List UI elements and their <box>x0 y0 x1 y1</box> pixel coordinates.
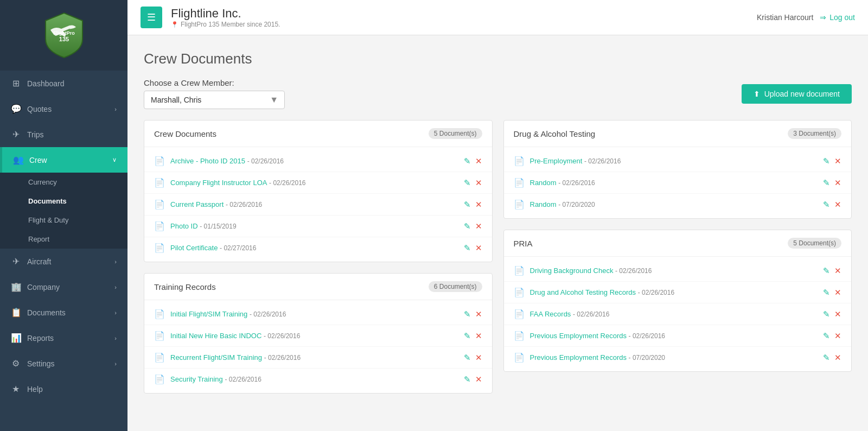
doc-name: Pilot Certificate - 02/27/2016 <box>170 244 458 252</box>
main-area: ☰ Flightline Inc. FlightPro 135 Member s… <box>127 0 868 431</box>
doc-link[interactable]: Initial Flight/SIM Training <box>170 310 247 318</box>
edit-icon[interactable]: ✎ <box>823 266 830 276</box>
subnav-report[interactable]: Report <box>0 230 127 249</box>
table-row: 📄 Previous Employment Records - 02/26/20… <box>504 325 852 347</box>
edit-icon[interactable]: ✎ <box>823 178 830 188</box>
edit-icon[interactable]: ✎ <box>823 288 830 297</box>
sidebar-item-reports[interactable]: 📊 Reports › <box>0 325 127 351</box>
sidebar-item-aircraft[interactable]: ✈ Aircraft › <box>0 249 127 274</box>
edit-icon[interactable]: ✎ <box>464 331 471 341</box>
edit-icon[interactable]: ✎ <box>823 156 830 166</box>
trips-icon: ✈ <box>11 129 21 140</box>
table-row: 📄 Security Training - 02/26/2016 ✎ ✕ <box>144 369 492 390</box>
crew-docs-title: Crew Documents <box>154 129 216 138</box>
delete-icon[interactable]: ✕ <box>475 331 482 341</box>
sidebar-item-quotes[interactable]: 💬 Quotes › <box>0 96 127 122</box>
sidebar-item-crew[interactable]: 👥 Crew ∨ <box>0 147 127 173</box>
doc-link[interactable]: Company Flight Instructor LOA <box>170 179 267 187</box>
crew-icon: 👥 <box>13 155 23 165</box>
doc-link[interactable]: Initial New Hire Basic INDOC <box>170 332 261 340</box>
delete-icon[interactable]: ✕ <box>475 156 482 166</box>
edit-icon[interactable]: ✎ <box>464 156 471 166</box>
crew-subnav: Currency Documents Flight & Duty Report <box>0 173 127 249</box>
doc-actions: ✎ ✕ <box>464 156 482 166</box>
doc-name: Previous Employment Records - 07/20/2020 <box>530 353 818 362</box>
doc-link[interactable]: Pre-Employment <box>530 157 583 165</box>
chevron-icon: › <box>114 106 117 112</box>
doc-link[interactable]: Random <box>530 179 557 187</box>
delete-icon[interactable]: ✕ <box>475 200 482 210</box>
delete-icon[interactable]: ✕ <box>834 331 841 341</box>
doc-link[interactable]: Archive - Photo ID 2015 <box>170 157 245 165</box>
doc-name: FAA Records - 02/26/2016 <box>530 310 818 318</box>
doc-actions: ✎ ✕ <box>823 156 841 166</box>
doc-name: Initial New Hire Basic INDOC - 02/26/201… <box>170 332 458 340</box>
delete-icon[interactable]: ✕ <box>834 200 841 210</box>
edit-icon[interactable]: ✎ <box>464 221 471 231</box>
pria-header: PRIA 5 Document(s) <box>504 230 852 257</box>
doc-link[interactable]: Security Training <box>170 375 223 383</box>
sidebar-item-help[interactable]: ★ Help <box>0 376 127 402</box>
doc-link[interactable]: Photo ID <box>170 222 198 230</box>
logout-button[interactable]: ⇒ Log out <box>820 13 855 22</box>
chevron-icon: › <box>114 335 117 341</box>
edit-icon[interactable]: ✎ <box>464 309 471 319</box>
sidebar-item-trips[interactable]: ✈ Trips <box>0 122 127 147</box>
subnav-documents[interactable]: Documents <box>0 192 127 211</box>
delete-icon[interactable]: ✕ <box>834 266 841 276</box>
edit-icon[interactable]: ✎ <box>464 353 471 363</box>
edit-icon[interactable]: ✎ <box>464 178 471 188</box>
delete-icon[interactable]: ✕ <box>475 309 482 319</box>
delete-icon[interactable]: ✕ <box>475 178 482 188</box>
delete-icon[interactable]: ✕ <box>834 309 841 319</box>
crew-member-select[interactable]: Marshall, Chris Smith, John Jones, Sarah <box>144 91 285 109</box>
doc-link[interactable]: Driving Background Check <box>530 267 614 275</box>
table-row: 📄 Pre-Employment - 02/26/2016 ✎ ✕ <box>504 150 852 172</box>
sidebar-item-settings[interactable]: ⚙ Settings › <box>0 351 127 376</box>
edit-icon[interactable]: ✎ <box>464 375 471 384</box>
delete-icon[interactable]: ✕ <box>834 156 841 166</box>
delete-icon[interactable]: ✕ <box>834 178 841 188</box>
edit-icon[interactable]: ✎ <box>823 309 830 319</box>
menu-button[interactable]: ☰ <box>141 7 162 28</box>
chevron-icon: › <box>114 309 117 316</box>
user-area: Kristian Harcourt ⇒ Log out <box>757 13 855 22</box>
delete-icon[interactable]: ✕ <box>834 353 841 363</box>
edit-icon[interactable]: ✎ <box>464 243 471 253</box>
delete-icon[interactable]: ✕ <box>475 353 482 363</box>
sidebar-item-documents[interactable]: 📋 Documents › <box>0 300 127 325</box>
doc-date: - 02/26/2016 <box>615 267 652 275</box>
edit-icon[interactable]: ✎ <box>464 200 471 210</box>
doc-link[interactable]: Previous Employment Records <box>530 332 627 340</box>
doc-link[interactable]: Random <box>530 200 557 208</box>
doc-link[interactable]: Recurrent Flight/SIM Training <box>170 353 262 362</box>
edit-icon[interactable]: ✎ <box>823 353 830 363</box>
delete-icon[interactable]: ✕ <box>834 288 841 297</box>
file-icon: 📄 <box>154 331 165 341</box>
edit-icon[interactable]: ✎ <box>823 331 830 341</box>
doc-link[interactable]: Drug and Alcohol Testing Records <box>530 288 636 296</box>
subnav-currency[interactable]: Currency <box>0 173 127 192</box>
file-icon: 📄 <box>154 156 165 166</box>
delete-icon[interactable]: ✕ <box>475 221 482 231</box>
edit-icon[interactable]: ✎ <box>823 200 830 210</box>
doc-date: - 02/26/2016 <box>247 157 284 165</box>
doc-actions: ✎ ✕ <box>823 331 841 341</box>
doc-link[interactable]: FAA Records <box>530 310 571 318</box>
doc-link[interactable]: Current Passport <box>170 200 224 208</box>
subnav-flight-duty[interactable]: Flight & Duty <box>0 211 127 230</box>
sidebar-item-company[interactable]: 🏢 Company › <box>0 274 127 300</box>
delete-icon[interactable]: ✕ <box>475 243 482 253</box>
file-icon: 📄 <box>514 178 525 188</box>
file-icon: 📄 <box>154 309 165 319</box>
upload-button[interactable]: ⬆ Upload new document <box>742 84 852 104</box>
doc-actions: ✎ ✕ <box>464 243 482 253</box>
delete-icon[interactable]: ✕ <box>475 375 482 384</box>
sidebar-item-dashboard[interactable]: ⊞ Dashboard <box>0 71 127 96</box>
file-icon: 📄 <box>154 243 165 253</box>
training-records-header: Training Records 6 Document(s) <box>144 274 492 300</box>
doc-link[interactable]: Previous Employment Records <box>530 353 627 362</box>
doc-actions: ✎ ✕ <box>823 309 841 319</box>
doc-date: - 02/26/2016 <box>264 332 300 340</box>
doc-link[interactable]: Pilot Certificate <box>170 244 218 252</box>
